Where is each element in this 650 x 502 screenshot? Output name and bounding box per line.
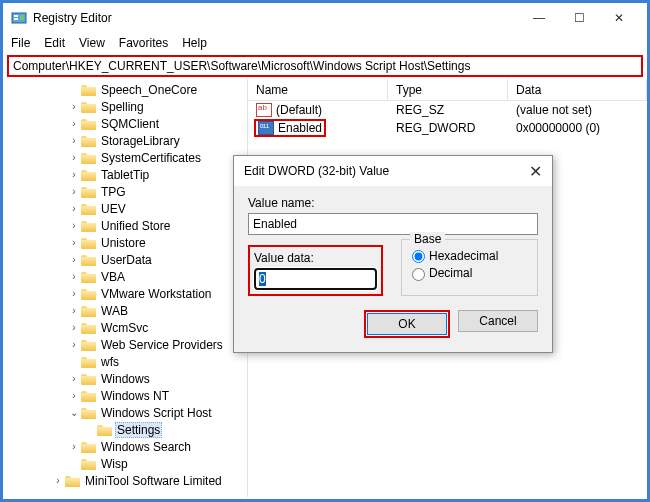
folder-icon — [81, 338, 96, 351]
tree-item-web-service-providers[interactable]: ›Web Service Providers — [3, 336, 247, 353]
value-name: Enabled — [278, 121, 322, 135]
value-data: 0x00000000 (0) — [508, 121, 647, 135]
chevron-right-icon[interactable]: › — [67, 305, 81, 316]
tree-item-unified-store[interactable]: ›Unified Store — [3, 217, 247, 234]
chevron-right-icon[interactable]: › — [67, 288, 81, 299]
tree-label: Windows — [99, 372, 152, 386]
menubar: File Edit View Favorites Help — [3, 33, 647, 53]
menu-file[interactable]: File — [11, 36, 30, 50]
tree-item-windows-nt[interactable]: ›Windows NT — [3, 387, 247, 404]
base-legend: Base — [410, 232, 445, 246]
tree-item-windows[interactable]: ›Windows — [3, 370, 247, 387]
base-dec-radio[interactable] — [412, 268, 425, 281]
value-type: REG_DWORD — [388, 121, 508, 135]
chevron-right-icon[interactable]: › — [67, 203, 81, 214]
folder-icon — [81, 168, 96, 181]
base-hex-radio[interactable] — [412, 250, 425, 263]
tree-item-tpg[interactable]: ›TPG — [3, 183, 247, 200]
tree-item-spelling[interactable]: ›Spelling — [3, 98, 247, 115]
tree-label: WcmSvc — [99, 321, 150, 335]
tree-item-tablettip[interactable]: ›TabletTip — [3, 166, 247, 183]
tree-label: SystemCertificates — [99, 151, 203, 165]
folder-icon — [65, 474, 80, 487]
tree-item-windows-search[interactable]: ›Windows Search — [3, 438, 247, 455]
maximize-button[interactable]: ☐ — [559, 4, 599, 32]
tree-item-userdata[interactable]: ›UserData — [3, 251, 247, 268]
tree-item-unistore[interactable]: ›Unistore — [3, 234, 247, 251]
chevron-right-icon[interactable]: › — [67, 390, 81, 401]
base-hex-option[interactable]: Hexadecimal — [412, 249, 527, 263]
cancel-button[interactable]: Cancel — [458, 310, 538, 332]
menu-help[interactable]: Help — [182, 36, 207, 50]
tree-label: Windows Search — [99, 440, 193, 454]
chevron-right-icon[interactable]: › — [67, 220, 81, 231]
tree-item-systemcertificates[interactable]: ›SystemCertificates — [3, 149, 247, 166]
value-row[interactable]: (Default)REG_SZ(value not set) — [248, 101, 647, 119]
folder-icon — [81, 355, 96, 368]
col-data[interactable]: Data — [508, 79, 647, 100]
chevron-right-icon[interactable]: › — [67, 373, 81, 384]
dialog-title: Edit DWORD (32-bit) Value — [244, 164, 389, 178]
chevron-right-icon[interactable]: › — [67, 101, 81, 112]
tree-pane[interactable]: Speech_OneCore›Spelling›SQMClient›Storag… — [3, 79, 248, 497]
tree-label: VMware Workstation — [99, 287, 213, 301]
tree-label: Spelling — [99, 100, 146, 114]
minimize-button[interactable]: — — [519, 4, 559, 32]
tree-item-storagelibrary[interactable]: ›StorageLibrary — [3, 132, 247, 149]
chevron-right-icon[interactable]: › — [67, 441, 81, 452]
tree-item-wfs[interactable]: wfs — [3, 353, 247, 370]
tree-item-wab[interactable]: ›WAB — [3, 302, 247, 319]
tree-item-uev[interactable]: ›UEV — [3, 200, 247, 217]
base-dec-option[interactable]: Decimal — [412, 266, 527, 280]
col-type[interactable]: Type — [388, 79, 508, 100]
folder-icon — [81, 253, 96, 266]
tree-label: Settings — [115, 422, 162, 438]
ok-highlight: OK — [364, 310, 450, 338]
folder-icon — [81, 185, 96, 198]
chevron-right-icon[interactable]: › — [67, 254, 81, 265]
tree-item-settings[interactable]: Settings — [3, 421, 247, 438]
folder-icon — [81, 100, 96, 113]
folder-icon — [81, 372, 96, 385]
chevron-right-icon[interactable]: › — [67, 118, 81, 129]
folder-icon — [81, 389, 96, 402]
menu-favorites[interactable]: Favorites — [119, 36, 168, 50]
value-name-field[interactable] — [248, 213, 538, 235]
chevron-right-icon[interactable]: › — [51, 475, 65, 486]
address-bar[interactable]: Computer\HKEY_CURRENT_USER\Software\Micr… — [7, 55, 643, 77]
tree-item-wisp[interactable]: Wisp — [3, 455, 247, 472]
ok-button[interactable]: OK — [367, 313, 447, 335]
menu-edit[interactable]: Edit — [44, 36, 65, 50]
tree-label: TabletTip — [99, 168, 151, 182]
chevron-right-icon[interactable]: › — [67, 271, 81, 282]
folder-icon — [97, 423, 112, 436]
tree-item-minitool-software-limited[interactable]: ›MiniTool Software Limited — [3, 472, 247, 489]
chevron-right-icon[interactable]: › — [67, 135, 81, 146]
chevron-right-icon[interactable]: › — [67, 186, 81, 197]
tree-item-speech-onecore[interactable]: Speech_OneCore — [3, 81, 247, 98]
chevron-right-icon[interactable]: › — [67, 237, 81, 248]
regedit-icon — [11, 10, 27, 26]
value-row[interactable]: EnabledREG_DWORD0x00000000 (0) — [248, 119, 647, 137]
value-data-field[interactable] — [254, 268, 377, 290]
tree-item-wcmsvc[interactable]: ›WcmSvc — [3, 319, 247, 336]
dialog-close-icon[interactable]: ✕ — [512, 162, 542, 181]
col-name[interactable]: Name — [248, 79, 388, 100]
chevron-right-icon[interactable]: › — [67, 339, 81, 350]
tree-item-vmware-workstation[interactable]: ›VMware Workstation — [3, 285, 247, 302]
folder-icon — [81, 236, 96, 249]
chevron-right-icon[interactable]: › — [67, 322, 81, 333]
close-button[interactable]: ✕ — [599, 4, 639, 32]
folder-icon — [81, 83, 96, 96]
tree-item-windows-script-host[interactable]: ⌄Windows Script Host — [3, 404, 247, 421]
folder-icon — [81, 151, 96, 164]
chevron-right-icon[interactable]: › — [67, 152, 81, 163]
chevron-right-icon[interactable]: › — [67, 169, 81, 180]
tree-item-vba[interactable]: ›VBA — [3, 268, 247, 285]
menu-view[interactable]: View — [79, 36, 105, 50]
chevron-down-icon[interactable]: ⌄ — [67, 407, 81, 418]
tree-item-sqmclient[interactable]: ›SQMClient — [3, 115, 247, 132]
tree-label: Windows Script Host — [99, 406, 214, 420]
folder-icon — [81, 134, 96, 147]
folder-icon — [81, 287, 96, 300]
